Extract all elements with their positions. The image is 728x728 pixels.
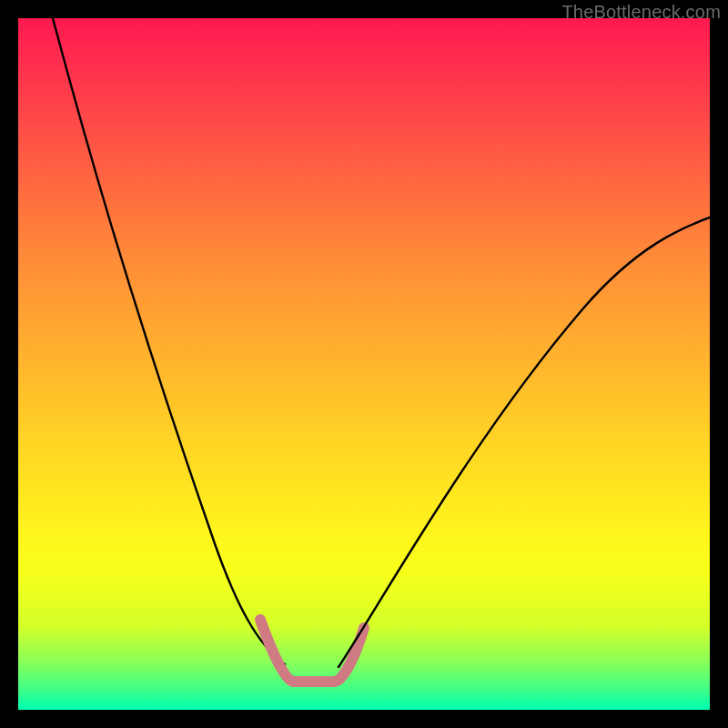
right-curve — [339, 217, 710, 667]
curve-layer — [18, 18, 710, 710]
chart-frame: TheBottleneck.com — [0, 0, 728, 728]
left-curve — [53, 18, 285, 664]
watermark-text: TheBottleneck.com — [561, 2, 721, 23]
